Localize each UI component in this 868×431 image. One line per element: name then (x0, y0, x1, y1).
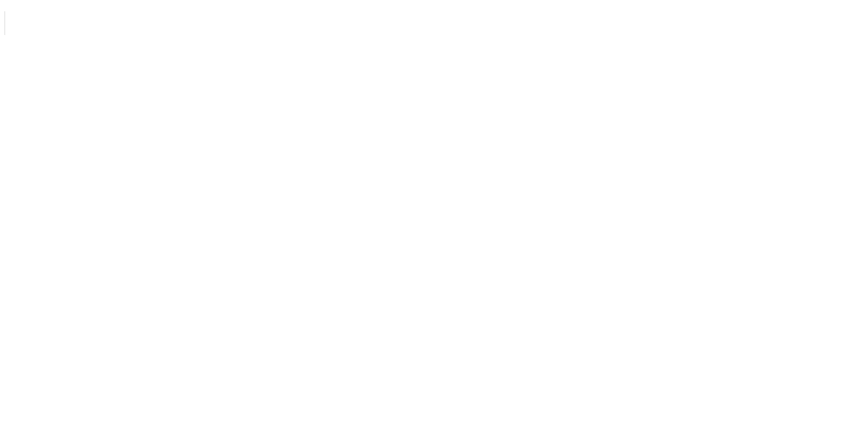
formula-highlight-annotation (42, 7, 828, 35)
cursor-caret-line (277, 349, 279, 385)
highlight-annotation-e-column (526, 315, 605, 431)
formula-bar-divider (5, 11, 5, 35)
spreadsheet-screenshot (0, 0, 868, 431)
highlight-annotation-g-cells (667, 163, 821, 204)
